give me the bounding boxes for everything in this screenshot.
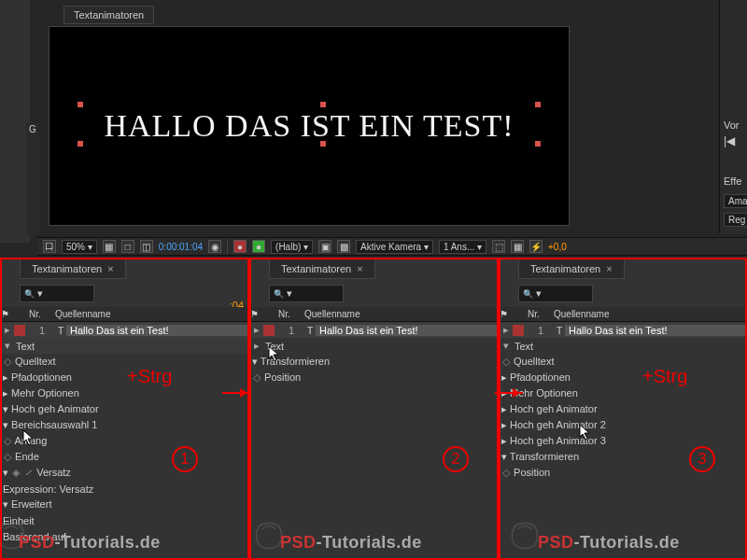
effects-label: Effe: [724, 175, 741, 187]
zoom-select[interactable]: 50% ▾: [62, 240, 97, 254]
layer-tree[interactable]: ▸1THallo Das ist ein Test! ▸Text ▾ Trans…: [250, 322, 497, 559]
range-selector[interactable]: ▾ Bereichsauswahl 1: [1, 417, 247, 433]
prop-anfang[interactable]: ◇ Anfang: [1, 433, 247, 449]
animator-2[interactable]: ▸ Hoch geh Animator 2: [500, 417, 746, 433]
column-header: ⚑Nr.Quellenname: [500, 307, 746, 322]
prop-versatz[interactable]: ▾ ◈ ⟋ Versatz: [1, 465, 247, 481]
layer-color-icon: [263, 325, 275, 336]
snapshot-icon[interactable]: ◉: [208, 240, 221, 253]
composition-tab[interactable]: Textanimatoren: [63, 6, 154, 24]
mask-icon[interactable]: ◫: [140, 240, 153, 253]
text-group[interactable]: ▸Text: [250, 338, 497, 354]
grid-icon[interactable]: ▦: [103, 240, 116, 253]
timeline-panel-1: Textanimatoren× ▾ :04ps) ⚑Nr.Quellenname…: [0, 258, 248, 560]
resolution-select[interactable]: (Halb) ▾: [271, 240, 313, 254]
prop-basierend-auf[interactable]: Basierend auf: [1, 528, 247, 544]
text-group[interactable]: ▾Text: [500, 338, 746, 354]
selection-handle[interactable]: [535, 102, 541, 107]
pixel-icon[interactable]: ▦: [511, 240, 524, 253]
prop-mehr-optionen[interactable]: ▸ Mehr Optionen: [1, 385, 247, 401]
column-header: ⚑Nr.Quellenname: [250, 307, 497, 322]
panel-tab[interactable]: Textanimatoren×: [20, 259, 126, 279]
viewer-toolbar: 口 50% ▾ ▦ □ ◫ 0:00:01:04 ◉ ● ● (Halb) ▾ …: [37, 237, 747, 256]
close-icon[interactable]: ×: [107, 263, 113, 274]
layer-row[interactable]: ▸1THallo Das ist ein Test!: [1, 322, 247, 338]
share-icon[interactable]: ⬚: [492, 240, 505, 253]
timeline-panel-2: Textanimatoren× ▾ ⚑Nr.Quellenname ▸1THal…: [249, 258, 498, 560]
tool-strip: G: [26, 123, 39, 235]
prop-position[interactable]: ◇ Position: [500, 465, 746, 481]
selection-handle[interactable]: [535, 141, 541, 147]
layer-tree[interactable]: ▸1THallo Das ist ein Test! ▾Text ◇ Quell…: [500, 322, 746, 559]
safe-icon[interactable]: □: [121, 240, 134, 253]
panel-tab[interactable]: Textanimatoren×: [518, 259, 625, 279]
search-input[interactable]: ▾: [269, 285, 344, 302]
animator-group[interactable]: ▾ Hoch geh Animator: [1, 401, 247, 417]
camera-select[interactable]: Aktive Kamera ▾: [356, 240, 433, 254]
views-select[interactable]: 1 Ans... ▾: [439, 240, 486, 254]
timecode[interactable]: 0:00:01:04: [159, 242, 203, 252]
prop-quelltext[interactable]: ◇ Quelltext: [500, 354, 746, 370]
prop-ende[interactable]: ◇ Ende: [1, 449, 247, 465]
panel-tab[interactable]: Textanimatoren×: [269, 259, 375, 279]
search-input[interactable]: ▾: [20, 285, 94, 302]
layer-row[interactable]: ▸1THallo Das ist ein Test!: [250, 322, 497, 338]
prop-einheit[interactable]: Einheit: [1, 512, 247, 528]
magnify-icon[interactable]: 口: [43, 240, 56, 253]
composition-viewer[interactable]: HALLO DAS IST EIN TEST!: [49, 26, 570, 226]
play-first-icon[interactable]: |◀: [724, 134, 735, 147]
layer-color-icon: [14, 325, 25, 336]
prop-pfadoptionen[interactable]: ▸ Pfadoptionen: [500, 370, 746, 385]
transform-group[interactable]: ▾ Transformieren: [500, 449, 746, 465]
transparency-icon[interactable]: ▩: [337, 240, 350, 253]
selection-handle[interactable]: [320, 102, 326, 107]
animator-1[interactable]: ▸ Hoch geh Animator: [500, 401, 746, 417]
exposure-value[interactable]: +0,0: [548, 242, 567, 252]
preset-box[interactable]: Ama: [724, 194, 747, 208]
alpha-icon[interactable]: ●: [252, 240, 265, 253]
layer-tree[interactable]: ▸1THallo Das ist ein Test! ▾Text ◇ Quell…: [1, 322, 247, 559]
layer-color-icon: [513, 325, 524, 336]
roi-icon[interactable]: ▣: [318, 240, 331, 253]
channel-icon[interactable]: ●: [233, 240, 247, 253]
preset-box[interactable]: Reg: [724, 213, 747, 227]
fast-icon[interactable]: ⚡: [529, 240, 543, 253]
preview-label: Vor: [724, 119, 740, 131]
expression-row[interactable]: Expression: Versatz: [1, 481, 247, 497]
timeline-panel-3: Textanimatoren× ▾ ⚑Nr.Quellenname ▸1THal…: [499, 258, 747, 560]
transform-group[interactable]: ▾ Transformieren: [250, 354, 497, 370]
prop-erweitert[interactable]: ▾ Erweitert: [1, 497, 247, 512]
selection-handle[interactable]: [320, 141, 326, 147]
animator-3[interactable]: ▸ Hoch geh Animator 3: [500, 433, 746, 449]
preview-text: HALLO DAS IST EIN TEST!: [104, 108, 514, 144]
prop-mehr-optionen[interactable]: ▸ Mehr Optionen: [500, 385, 746, 401]
close-icon[interactable]: ×: [357, 263, 362, 274]
selection-handle[interactable]: [78, 102, 83, 107]
prop-quelltext[interactable]: ◇ Quelltext: [1, 354, 247, 370]
close-icon[interactable]: ×: [606, 263, 612, 274]
search-input[interactable]: ▾: [518, 285, 593, 302]
prop-position[interactable]: ◇ Position: [250, 370, 497, 385]
column-header: ⚑Nr.Quellenname: [1, 307, 247, 322]
prop-pfadoptionen[interactable]: ▸ Pfadoptionen: [1, 370, 247, 385]
selection-handle[interactable]: [78, 141, 83, 147]
layer-row[interactable]: ▸1THallo Das ist ein Test!: [500, 322, 746, 338]
text-group[interactable]: ▾Text: [1, 338, 247, 354]
